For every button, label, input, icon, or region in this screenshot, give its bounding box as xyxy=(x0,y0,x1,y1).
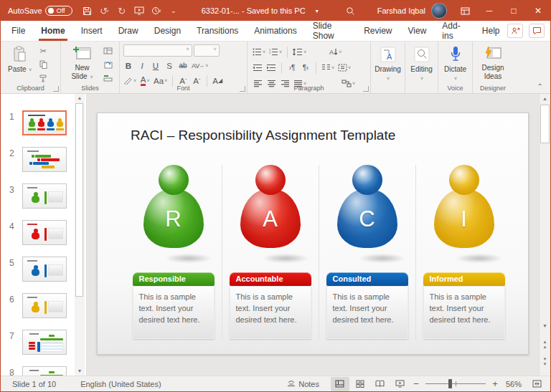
thumbnail-preview[interactable] xyxy=(22,293,67,318)
language-indicator[interactable]: English (United States) xyxy=(80,380,161,388)
paste-button[interactable]: Paste ˅ xyxy=(4,44,35,85)
normal-view-button[interactable] xyxy=(331,377,349,391)
strikethrough-button[interactable]: ab xyxy=(178,60,188,72)
italic-button[interactable]: I xyxy=(137,60,147,72)
comments-button[interactable] xyxy=(529,24,545,38)
font-dialog-launcher-icon[interactable] xyxy=(240,86,245,92)
scroll-down-icon[interactable]: ▼ xyxy=(75,367,85,376)
zoom-slider-thumb[interactable] xyxy=(448,379,452,388)
tab-add-ins[interactable]: Add-ins xyxy=(434,21,474,41)
main-scrollbar[interactable]: ▲ ▼ ▲▲ ▼▼ xyxy=(539,94,550,376)
close-button[interactable]: ✕ xyxy=(526,1,550,21)
maximize-button[interactable]: □ xyxy=(501,1,526,21)
slide-layout-icon[interactable] xyxy=(101,45,114,57)
thumbnail-scrollbar[interactable]: ▲ ▼ xyxy=(75,94,85,376)
autosave-toggle[interactable]: Off xyxy=(45,6,72,16)
raci-column-accountable[interactable]: A Accountable This is a sample text. Ins… xyxy=(222,159,319,347)
ltr-paragraph-icon[interactable]: ›¶ xyxy=(287,62,297,74)
tab-transitions[interactable]: Transitions xyxy=(189,21,246,41)
slide-indicator[interactable]: Slide 1 of 10 xyxy=(12,380,56,388)
customize-qat-icon[interactable]: ⌄ xyxy=(166,3,182,19)
slideshow-view-button[interactable] xyxy=(391,377,410,391)
raci-column-consulted[interactable]: C Consulted This is a sample text. Inser… xyxy=(319,159,415,347)
tab-animations[interactable]: Animations xyxy=(246,21,304,41)
scroll-up-icon[interactable]: ▲ xyxy=(540,94,550,104)
raci-column-responsible[interactable]: R Responsible This is a sample text. Ins… xyxy=(125,159,222,347)
touch-mouse-mode-icon[interactable]: ˅ xyxy=(149,3,164,19)
start-slideshow-icon[interactable] xyxy=(131,3,147,19)
numbering-icon[interactable]: 12˅ xyxy=(269,47,282,58)
figure-accountable[interactable]: A xyxy=(222,159,319,269)
tab-design[interactable]: Design xyxy=(146,21,189,41)
cut-icon[interactable]: ✂ xyxy=(37,45,50,57)
paragraph-dialog-launcher-icon[interactable] xyxy=(363,86,369,92)
drawing-button[interactable]: A Drawing˅ xyxy=(371,44,405,84)
bullets-icon[interactable]: ˅ xyxy=(253,47,265,58)
banner-responsible[interactable]: Responsible xyxy=(133,272,215,286)
new-slide-button[interactable]: New Slide ˅ xyxy=(65,44,100,85)
reset-slide-icon[interactable] xyxy=(101,59,114,70)
figure-responsible[interactable]: R xyxy=(125,159,222,269)
tab-draw[interactable]: Draw xyxy=(110,21,146,41)
slide-title[interactable]: RACI – Responsibility Assignment Templat… xyxy=(131,128,395,143)
clipboard-dialog-launcher-icon[interactable] xyxy=(53,86,59,92)
minimize-button[interactable]: ─ xyxy=(477,1,501,21)
decrease-indent-icon[interactable] xyxy=(253,62,263,74)
text-responsible[interactable]: This is a sample text. Insert your desir… xyxy=(133,286,215,339)
scroll-down-icon[interactable]: ▼ xyxy=(540,321,550,331)
tab-insert[interactable]: Insert xyxy=(73,21,110,41)
raci-column-informed[interactable]: I Informed This is a sample text. Insert… xyxy=(415,159,512,347)
thumbnail-preview[interactable] xyxy=(22,147,67,172)
user-name[interactable]: Farshad Iqbal xyxy=(377,6,425,15)
tab-view[interactable]: View xyxy=(400,21,435,41)
tab-slide-show[interactable]: Slide Show xyxy=(305,21,356,41)
thumbnail-preview[interactable] xyxy=(22,183,67,209)
increase-indent-icon[interactable] xyxy=(266,62,276,74)
tab-review[interactable]: Review xyxy=(356,21,400,41)
design-ideas-button[interactable]: Design Ideas xyxy=(476,44,509,83)
font-size-combobox[interactable] xyxy=(194,44,220,57)
undo-icon[interactable]: ↺˅ xyxy=(97,3,113,19)
redo-icon[interactable]: ↻ xyxy=(114,3,130,19)
dictate-button[interactable]: Dictate˅ xyxy=(441,44,470,84)
section-icon[interactable] xyxy=(101,72,114,84)
text-direction-icon[interactable]: A˅ xyxy=(329,47,342,58)
copy-icon[interactable] xyxy=(37,59,50,70)
scroll-up-icon[interactable]: ▲ xyxy=(75,94,85,102)
font-name-combobox[interactable] xyxy=(123,44,192,57)
figure-informed[interactable]: I xyxy=(415,159,512,269)
banner-accountable[interactable]: Accountable xyxy=(230,272,311,286)
thumbnail-preview[interactable] xyxy=(22,330,67,355)
editing-button[interactable]: Editing˅ xyxy=(407,44,436,84)
slide-sorter-view-button[interactable] xyxy=(351,377,369,391)
tab-help[interactable]: Help xyxy=(474,21,508,41)
scrollbar-thumb[interactable] xyxy=(75,103,83,297)
text-consulted[interactable]: This is a sample text. Insert your desir… xyxy=(326,286,408,339)
thumbnail-preview[interactable] xyxy=(22,110,67,135)
text-accountable[interactable]: This is a sample text. Insert your desir… xyxy=(230,286,311,339)
align-text-icon[interactable]: ˅ xyxy=(338,62,351,74)
share-button[interactable] xyxy=(507,24,523,38)
zoom-slider[interactable] xyxy=(425,379,486,388)
scrollbar-thumb[interactable] xyxy=(540,105,550,143)
figure-consulted[interactable]: C xyxy=(319,159,415,269)
underline-button[interactable]: U xyxy=(151,60,161,72)
search-icon[interactable] xyxy=(343,3,359,19)
text-shadow-button[interactable]: S xyxy=(164,60,174,72)
save-icon[interactable] xyxy=(80,3,95,19)
rtl-paragraph-icon[interactable]: ¶‹ xyxy=(301,62,311,74)
ribbon-display-options-icon[interactable] xyxy=(453,1,477,21)
slide-canvas[interactable]: RACI – Responsibility Assignment Templat… xyxy=(97,113,529,355)
collapse-ribbon-icon[interactable]: ⌃ xyxy=(537,82,543,90)
fit-slide-to-window-icon[interactable] xyxy=(527,377,546,391)
zoom-in-button[interactable]: + xyxy=(490,378,500,389)
format-painter-icon[interactable] xyxy=(37,72,50,84)
previous-slide-icon[interactable]: ▲▲ xyxy=(540,338,550,350)
zoom-level[interactable]: 56% xyxy=(506,380,522,388)
tab-file[interactable]: File xyxy=(4,21,33,41)
reading-view-button[interactable] xyxy=(371,377,390,391)
columns-icon[interactable]: ˅ xyxy=(321,62,334,74)
text-informed[interactable]: This is a sample text. Insert your desir… xyxy=(423,286,505,339)
line-spacing-icon[interactable]: ˅ xyxy=(293,47,306,58)
tab-home[interactable]: Home xyxy=(33,21,72,41)
